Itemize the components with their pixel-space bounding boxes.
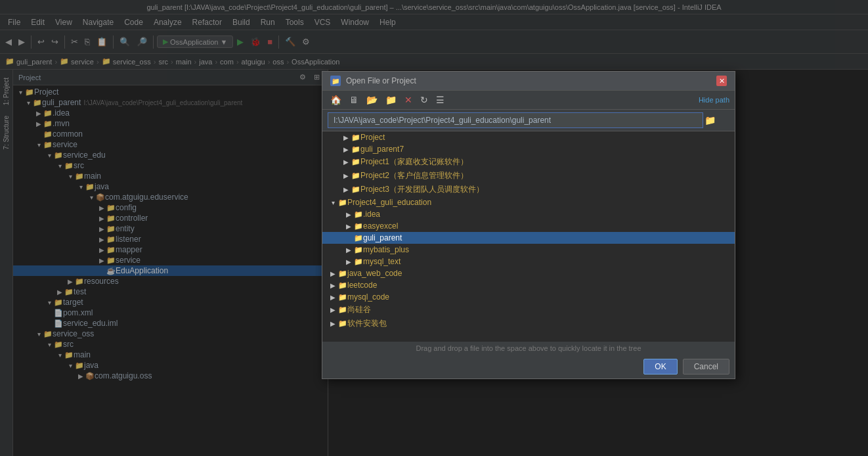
dialog-tree-label-project1: Project1（家庭收支记账软件） bbox=[360, 156, 468, 168]
open-file-dialog: 📁 Open File or Project ✕ 🏠 🖥 📂 📁 ✕ ↻ ☰ H… bbox=[322, 71, 735, 379]
tree-arrow: ▶ bbox=[328, 294, 338, 301]
dialog-tree-label-java_web_code: java_web_code bbox=[347, 269, 402, 278]
folder-icon: 📁 bbox=[338, 293, 347, 302]
tree-arrow: ▶ bbox=[328, 306, 338, 313]
folder-icon: 📁 bbox=[351, 133, 360, 142]
tree-arrow: ▶ bbox=[341, 172, 351, 179]
dialog-tree-item-project3[interactable]: ▶ 📁 Project3（开发团队人员调度软件） bbox=[322, 183, 735, 196]
dialog-ok-button[interactable]: OK bbox=[643, 359, 677, 375]
folder-icon: 📁 bbox=[338, 198, 347, 207]
tree-arrow: ▶ bbox=[328, 320, 338, 327]
tree-arrow: ▶ bbox=[343, 258, 354, 265]
folder-icon: 📁 bbox=[338, 269, 347, 278]
dialog-tree-label-project: Project bbox=[360, 133, 385, 142]
folder-icon: 📁 bbox=[351, 158, 360, 166]
dialog-folder-new-btn[interactable]: 📁 bbox=[383, 93, 399, 106]
dialog-tree-item-project4[interactable]: ▾ 📁 Project4_guli_education bbox=[322, 196, 735, 208]
dialog-folder-icon: 📁 bbox=[330, 76, 341, 86]
dialog-tree-item-idea[interactable]: ▶ 📁 .idea bbox=[322, 208, 735, 220]
dialog-path-row: 📁 bbox=[322, 110, 735, 131]
tree-arrow: ▾ bbox=[328, 199, 338, 206]
dialog-tree-item-software[interactable]: ▶ 📁 软件安装包 bbox=[322, 317, 735, 331]
folder-icon: 📁 bbox=[354, 210, 363, 219]
dialog-tree-item-leetcode[interactable]: ▶ 📁 leetcode bbox=[322, 279, 735, 291]
dialog-home-btn[interactable]: 🏠 bbox=[328, 93, 344, 106]
dialog-footer-buttons: OK Cancel bbox=[322, 355, 735, 378]
dialog-overlay: 📁 Open File or Project ✕ 🏠 🖥 📂 📁 ✕ ↻ ☰ H… bbox=[0, 0, 868, 456]
dialog-tree-item-java_web_code[interactable]: ▶ 📁 java_web_code bbox=[322, 267, 735, 279]
dialog-tree-label-idea: .idea bbox=[363, 210, 380, 219]
tree-arrow: ▶ bbox=[341, 134, 351, 141]
dialog-tree-label-easyexcel: easyexcel bbox=[363, 221, 398, 231]
tree-arrow: ▶ bbox=[328, 282, 338, 289]
dialog-title-bar: 📁 Open File or Project ✕ bbox=[322, 72, 735, 91]
dialog-hint-text: Drag and drop a file into the space abov… bbox=[416, 344, 641, 352]
dialog-tree-item-project2[interactable]: ▶ 📁 Project2（客户信息管理软件） bbox=[322, 169, 735, 183]
dialog-tree-item-project[interactable]: ▶ 📁 Project bbox=[322, 131, 735, 143]
folder-icon: 📁 bbox=[351, 171, 360, 180]
dialog-tree-label-software: 软件安装包 bbox=[347, 318, 387, 329]
tree-arrow: ▶ bbox=[341, 158, 351, 166]
dialog-folder-up-btn[interactable]: 📂 bbox=[364, 93, 380, 106]
dialog-tree-item-shanggui[interactable]: ▶ 📁 尚硅谷 bbox=[322, 303, 735, 317]
dialog-toolbar: 🏠 🖥 📂 📁 ✕ ↻ ☰ Hide path bbox=[322, 91, 735, 110]
dialog-tree-label-project4: Project4_guli_education bbox=[347, 198, 431, 207]
dialog-hint: Drag and drop a file into the space abov… bbox=[322, 342, 735, 355]
folder-icon: 📁 bbox=[354, 258, 363, 266]
folder-icon: 📁 bbox=[351, 185, 360, 194]
dialog-tree-label-guli_parent7: guli_parent7 bbox=[360, 145, 404, 154]
hide-path-link[interactable]: Hide path bbox=[699, 96, 729, 104]
folder-icon: 📁 bbox=[351, 145, 360, 154]
dialog-delete-btn[interactable]: ✕ bbox=[402, 93, 415, 106]
dialog-tree-label-mysql_code: mysql_code bbox=[347, 292, 389, 302]
tree-arrow: ▶ bbox=[343, 211, 354, 218]
folder-icon: 📁 bbox=[338, 281, 347, 290]
tree-arrow: ▶ bbox=[343, 223, 354, 230]
dialog-tree-label-mysql_text: mysql_text bbox=[363, 257, 401, 266]
dialog-tree-label-mybatis: mybatis_plus bbox=[363, 245, 409, 254]
dialog-tree-label-shanggui: 尚硅谷 bbox=[347, 304, 371, 315]
tree-arrow: ▶ bbox=[341, 146, 351, 153]
dialog-refresh-btn[interactable]: ↻ bbox=[418, 93, 431, 106]
dialog-tree-item-mybatis[interactable]: ▶ 📁 mybatis_plus bbox=[322, 244, 735, 256]
dialog-tree-label-leetcode: leetcode bbox=[347, 281, 377, 290]
dialog-tree-item-guli_parent[interactable]: 📁 guli_parent bbox=[322, 232, 735, 244]
dialog-path-browse-btn[interactable]: 📁 bbox=[703, 114, 717, 127]
dialog-desktop-btn[interactable]: 🖥 bbox=[347, 93, 361, 106]
folder-icon: 📁 bbox=[338, 306, 347, 314]
dialog-file-tree: ▶ 📁 Project ▶ 📁 guli_parent7 ▶ 📁 Project… bbox=[322, 131, 735, 342]
tree-arrow: ▶ bbox=[328, 270, 338, 277]
dialog-list-view-btn[interactable]: ☰ bbox=[433, 93, 447, 106]
dialog-cancel-button[interactable]: Cancel bbox=[683, 359, 729, 375]
dialog-path-input[interactable] bbox=[328, 112, 703, 128]
folder-icon: 📁 bbox=[354, 222, 363, 231]
folder-icon: 📁 bbox=[338, 319, 347, 328]
dialog-tree-item-project1[interactable]: ▶ 📁 Project1（家庭收支记账软件） bbox=[322, 155, 735, 169]
tree-arrow: ▶ bbox=[343, 246, 354, 254]
dialog-tree-item-mysql_code[interactable]: ▶ 📁 mysql_code bbox=[322, 291, 735, 303]
folder-icon: 📁 bbox=[354, 234, 363, 242]
dialog-tree-label-project2: Project2（客户信息管理软件） bbox=[360, 170, 468, 181]
dialog-tree-item-guli_parent7[interactable]: ▶ 📁 guli_parent7 bbox=[322, 143, 735, 155]
tree-arrow: ▶ bbox=[341, 186, 351, 193]
dialog-close-button[interactable]: ✕ bbox=[716, 76, 727, 86]
folder-icon: 📁 bbox=[354, 246, 363, 254]
dialog-tree-item-easyexcel[interactable]: ▶ 📁 easyexcel bbox=[322, 220, 735, 232]
dialog-tree-item-mysql_text[interactable]: ▶ 📁 mysql_text bbox=[322, 256, 735, 267]
dialog-tree-label-project3: Project3（开发团队人员调度软件） bbox=[360, 184, 484, 195]
dialog-title-text: Open File or Project bbox=[346, 76, 711, 85]
dialog-tree-label-guli_parent: guli_parent bbox=[363, 233, 402, 242]
